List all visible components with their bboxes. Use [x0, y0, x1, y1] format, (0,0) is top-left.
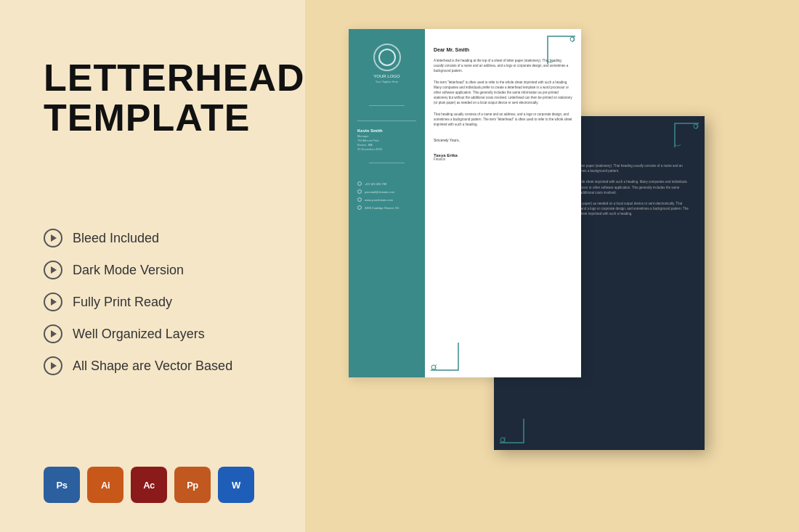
feature-dark: Dark Mode Version — [44, 261, 276, 279]
feature-bleed-text: Bleed Included — [73, 231, 159, 246]
sidebar-divider-top — [369, 105, 405, 106]
play-icon-vector — [44, 356, 62, 375]
logo-text: YOUR LOGO — [373, 74, 400, 78]
sender-title: Manager — [357, 134, 416, 138]
letter-sidebar: YOUR LOGO Your Tagline Here Kevin Smith … — [349, 29, 425, 377]
sidebar-divider-mid — [369, 163, 405, 163]
contact-web-row: www.yourdomain.com — [357, 197, 416, 202]
features-list: Bleed Included Dark Mode Version Fully P… — [44, 229, 276, 375]
sender-addr1: 794 Athena Park, — [357, 139, 416, 142]
corner-ornament-bottom-left-dark — [500, 419, 525, 444]
feature-vector: All Shape are Vector Based — [44, 356, 276, 375]
contact-address-row: 2466 Coalidge Streeet, SC — [357, 205, 416, 210]
right-panel: YOUR LOGO Your Tagline Here Kevin Smith … — [305, 0, 799, 532]
play-icon-bleed — [44, 229, 62, 247]
photoshop-icon: Ps — [44, 467, 80, 503]
contact-address: 2466 Coalidge Streeet, SC — [365, 206, 400, 210]
letter-para2-light: The term "letterhead" is often used to r… — [434, 80, 572, 106]
feature-bleed: Bleed Included — [44, 229, 276, 247]
software-icons: Ps Ai Ac Pp W — [44, 467, 276, 503]
letter-light: YOUR LOGO Your Tagline Here Kevin Smith … — [349, 29, 581, 377]
contact-email: yourmail@domain.com — [365, 190, 394, 194]
logo-inner — [378, 49, 396, 66]
corner-ornament-top-right-dark — [673, 122, 699, 147]
contact-info: +00 123 456 789 yourmail@domain.com www.… — [357, 181, 416, 213]
sender-name: Kevin Smith — [357, 128, 416, 133]
acrobat-icon: Ac — [131, 467, 167, 503]
contact-phone: +00 123 456 789 — [365, 182, 386, 186]
feature-layers: Well Organized Layers — [44, 324, 276, 343]
illustrator-icon: Ai — [87, 467, 123, 503]
letter-body-light: Dear Mr. Smith A letterhead is the headi… — [425, 29, 581, 377]
sender-info: Kevin Smith Manager 794 Athena Park, Bos… — [357, 120, 416, 152]
logo-circle — [373, 44, 401, 71]
corner-ornament-bottom-left — [431, 343, 460, 372]
word-icon: W — [218, 467, 254, 503]
letter-para3-light: That heading usually consists of a name … — [434, 112, 572, 128]
left-panel: LETTERHEAD TEMPLATE Bleed Included Dark … — [0, 0, 305, 532]
contact-address-icon — [357, 205, 362, 210]
feature-layers-text: Well Organized Layers — [73, 327, 205, 342]
letter-role-light: Finance — [434, 157, 572, 161]
feature-print: Fully Print Ready — [44, 292, 276, 311]
main-title: LETTERHEAD TEMPLATE — [44, 58, 276, 137]
title-section: LETTERHEAD TEMPLATE — [44, 58, 276, 137]
contact-phone-row: +00 123 456 789 — [357, 181, 416, 186]
powerpoint-icon: Pp — [174, 467, 211, 503]
contact-email-icon — [357, 189, 362, 194]
contact-phone-icon — [357, 181, 362, 186]
feature-dark-text: Dark Mode Version — [73, 263, 184, 278]
feature-print-text: Fully Print Ready — [73, 295, 172, 310]
corner-ornament-top-right — [546, 35, 575, 64]
contact-email-row: yourmail@domain.com — [357, 189, 416, 194]
contact-web: www.yourdomain.com — [365, 198, 393, 202]
sender-addr2: Boston, MA — [357, 143, 416, 147]
play-icon-print — [44, 292, 62, 311]
feature-vector-text: All Shape are Vector Based — [73, 359, 232, 374]
letter-closing-light: Sincerely Yours, — [434, 138, 572, 142]
play-icon-dark — [44, 261, 62, 279]
contact-web-icon — [357, 197, 362, 202]
play-icon-layers — [44, 324, 62, 343]
sender-date: 25 November 2020 — [357, 147, 416, 151]
logo-tagline: Your Tagline Here — [376, 80, 399, 83]
